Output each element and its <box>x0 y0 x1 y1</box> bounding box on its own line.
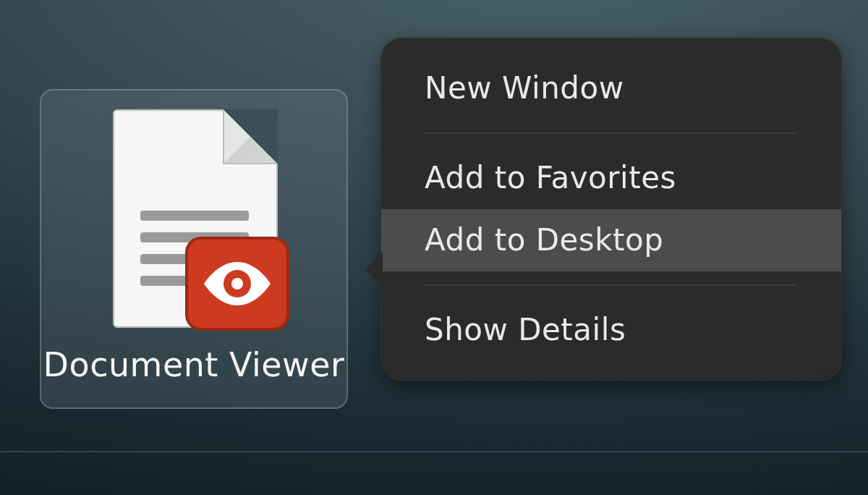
menu-separator <box>425 132 798 134</box>
menu-item-show-details[interactable]: Show Details <box>381 299 841 361</box>
menu-pointer-icon <box>365 252 383 287</box>
app-tile-document-viewer[interactable]: Document Viewer <box>40 89 348 409</box>
menu-item-add-to-desktop[interactable]: Add to Desktop <box>381 209 841 271</box>
document-viewer-icon <box>100 109 288 341</box>
menu-separator <box>425 284 798 286</box>
context-menu: New Window Add to Favorites Add to Deskt… <box>380 38 842 381</box>
menu-item-add-to-favorites[interactable]: Add to Favorites <box>381 147 841 209</box>
desktop-divider-line <box>0 451 868 452</box>
app-label: Document Viewer <box>43 345 345 384</box>
eye-icon <box>185 237 289 331</box>
svg-point-1 <box>231 278 243 289</box>
menu-item-new-window[interactable]: New Window <box>381 57 841 119</box>
